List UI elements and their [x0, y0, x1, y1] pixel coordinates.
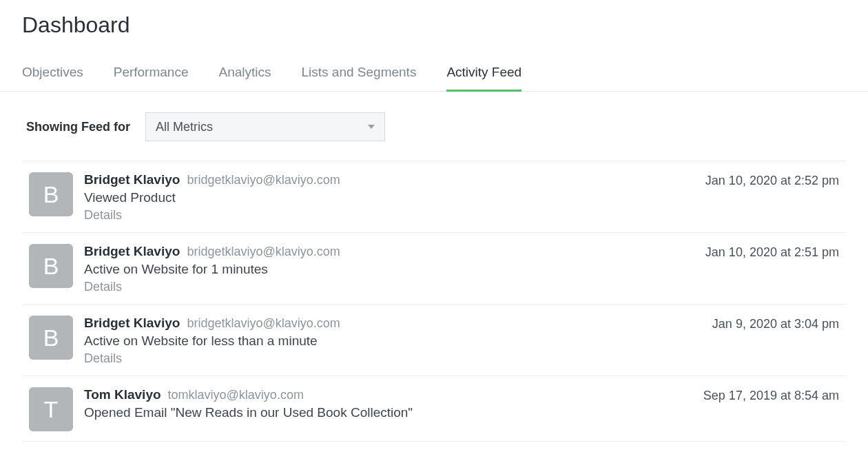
- avatar: B: [29, 244, 73, 288]
- filter-row: Showing Feed for All Metrics: [22, 92, 846, 161]
- filter-label: Showing Feed for: [26, 120, 130, 134]
- avatar: B: [29, 316, 73, 360]
- feed-action-text: Opened Email "New Reads in our Used Book…: [84, 405, 692, 420]
- feed-details-link[interactable]: Details: [84, 280, 122, 294]
- feed-action-text: Active on Website for 1 minutes: [84, 262, 694, 277]
- tab-lists-and-segments[interactable]: Lists and Segments: [302, 58, 417, 92]
- feed-body: Bridget Klaviyobridgetklaviyo@klaviyo.co…: [84, 172, 694, 223]
- feed-user-email: bridgetklaviyo@klaviyo.com: [187, 173, 340, 187]
- feed-header: Tom Klaviyotomklaviyo@klaviyo.com: [84, 387, 692, 402]
- tab-activity-feed[interactable]: Activity Feed: [446, 58, 521, 92]
- tab-analytics[interactable]: Analytics: [218, 58, 271, 92]
- feed-user-name[interactable]: Tom Klaviyo: [84, 387, 161, 402]
- feed-timestamp: Jan 10, 2020 at 2:52 pm: [705, 172, 839, 223]
- activity-feed: BBridget Klaviyobridgetklaviyo@klaviyo.c…: [22, 161, 846, 442]
- avatar: T: [29, 387, 73, 431]
- feed-user-email: bridgetklaviyo@klaviyo.com: [187, 245, 340, 259]
- feed-timestamp: Sep 17, 2019 at 8:54 am: [703, 387, 839, 431]
- feed-timestamp: Jan 10, 2020 at 2:51 pm: [705, 244, 839, 294]
- feed-action-text: Active on Website for less than a minute: [84, 333, 701, 349]
- feed-user-name[interactable]: Bridget Klaviyo: [84, 244, 180, 259]
- feed-details-link[interactable]: Details: [84, 351, 122, 366]
- tab-objectives[interactable]: Objectives: [22, 58, 83, 92]
- metric-select[interactable]: All Metrics: [145, 112, 385, 141]
- feed-item: BBridget Klaviyobridgetklaviyo@klaviyo.c…: [22, 305, 846, 376]
- feed-user-name[interactable]: Bridget Klaviyo: [84, 172, 180, 187]
- metric-select-value: All Metrics: [156, 120, 213, 134]
- feed-header: Bridget Klaviyobridgetklaviyo@klaviyo.co…: [84, 244, 694, 259]
- feed-item: TTom Klaviyotomklaviyo@klaviyo.comOpened…: [22, 376, 846, 442]
- feed-body: Bridget Klaviyobridgetklaviyo@klaviyo.co…: [84, 316, 701, 366]
- feed-item: BBridget Klaviyobridgetklaviyo@klaviyo.c…: [22, 161, 846, 233]
- feed-item: BBridget Klaviyobridgetklaviyo@klaviyo.c…: [22, 233, 846, 305]
- feed-user-name[interactable]: Bridget Klaviyo: [84, 316, 180, 331]
- feed-action-text: Viewed Product: [84, 190, 694, 205]
- feed-body: Tom Klaviyotomklaviyo@klaviyo.comOpened …: [84, 387, 692, 431]
- tab-performance[interactable]: Performance: [114, 58, 189, 92]
- tabs-bar: ObjectivesPerformanceAnalyticsLists and …: [0, 57, 868, 92]
- feed-header: Bridget Klaviyobridgetklaviyo@klaviyo.co…: [84, 316, 701, 331]
- chevron-down-icon: [368, 125, 375, 129]
- feed-header: Bridget Klaviyobridgetklaviyo@klaviyo.co…: [84, 172, 694, 187]
- feed-user-email: tomklaviyo@klaviyo.com: [168, 388, 304, 402]
- page-title: Dashboard: [22, 12, 846, 38]
- avatar: B: [29, 172, 73, 216]
- feed-user-email: bridgetklaviyo@klaviyo.com: [187, 316, 340, 331]
- feed-body: Bridget Klaviyobridgetklaviyo@klaviyo.co…: [84, 244, 694, 294]
- feed-details-link[interactable]: Details: [84, 208, 122, 223]
- feed-timestamp: Jan 9, 2020 at 3:04 pm: [712, 316, 839, 366]
